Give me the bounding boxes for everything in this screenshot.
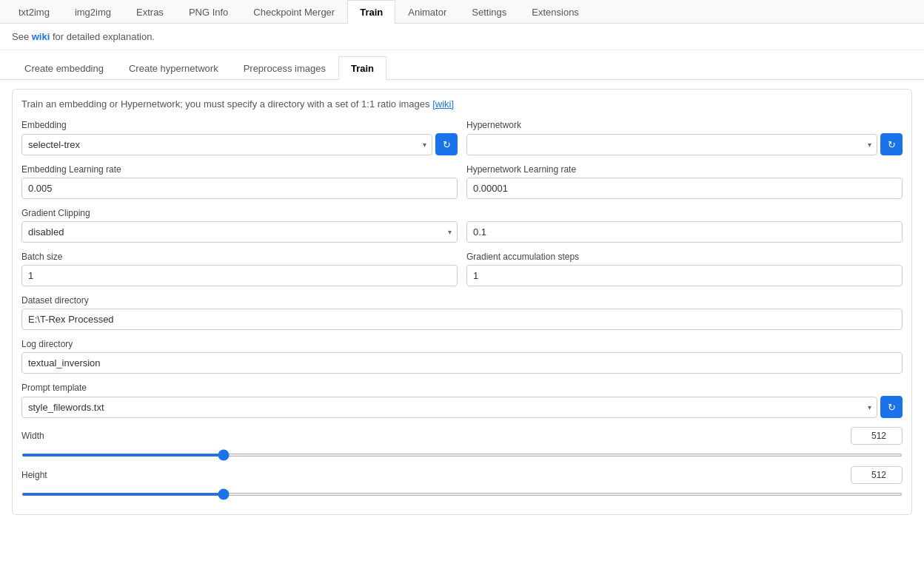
- embedding-label: Embedding: [21, 120, 458, 130]
- main-content: Train an embedding or Hypernetwork; you …: [0, 80, 924, 524]
- hypernetwork-lr-input[interactable]: [466, 178, 903, 199]
- gradient-clipping-input-wrap: disabled enabled ▾: [21, 221, 458, 243]
- embedding-select-wrap: selectel-trex ▾: [21, 134, 432, 155]
- desc-wiki-link[interactable]: [wiki]: [432, 98, 454, 110]
- gradient-clipping-label: Gradient Clipping: [21, 208, 458, 218]
- tab-train[interactable]: Train: [347, 0, 395, 24]
- width-value-input[interactable]: [851, 427, 903, 445]
- height-label: Height: [21, 470, 47, 480]
- batch-size-label: Batch size: [21, 252, 458, 262]
- col-embedding: Embedding selectel-trex ▾ ↻: [21, 120, 458, 155]
- col-gradient-acc: Gradient accumulation steps: [466, 252, 903, 286]
- row-log-dir: Log directory: [21, 339, 903, 374]
- wiki-link[interactable]: wiki: [32, 31, 50, 42]
- row-learning-rates: Embedding Learning rate Hypernetwork Lea…: [21, 164, 903, 199]
- hypernetwork-refresh-button[interactable]: ↻: [880, 133, 903, 155]
- hypernetwork-lr-label: Hypernetwork Learning rate: [466, 164, 903, 175]
- gradient-acc-input[interactable]: [466, 265, 903, 286]
- height-value-wrap: [851, 466, 903, 484]
- row-width: Width: [21, 427, 903, 459]
- col-dataset-dir: Dataset directory: [21, 295, 903, 330]
- row-gradient-clipping: Gradient Clipping disabled enabled ▾: [21, 208, 903, 243]
- inner-tab-create-embedding[interactable]: Create embedding: [12, 56, 116, 80]
- row-dataset-dir: Dataset directory: [21, 295, 903, 330]
- gradient-clipping-select[interactable]: disabled enabled: [21, 221, 458, 243]
- col-batch-size: Batch size: [21, 252, 458, 286]
- embedding-lr-input[interactable]: [21, 178, 458, 199]
- col-log-dir: Log directory: [21, 339, 903, 374]
- gradient-clipping-value-label: [466, 208, 903, 218]
- inner-tab-create-hypernetwork[interactable]: Create hypernetwork: [116, 56, 231, 80]
- embedding-select[interactable]: selectel-trex: [21, 134, 432, 155]
- width-label-row: Width: [21, 427, 903, 445]
- tab-settings[interactable]: Settings: [459, 0, 519, 24]
- hypernetwork-select-wrap: ▾: [466, 134, 877, 155]
- tab-extras[interactable]: Extras: [124, 0, 176, 24]
- gradient-clipping-value-input[interactable]: [466, 221, 903, 243]
- col-gradient-clipping: Gradient Clipping disabled enabled ▾: [21, 208, 458, 243]
- row-height: Height: [21, 466, 903, 498]
- height-slider[interactable]: [21, 493, 903, 496]
- prompt-template-refresh-button[interactable]: ↻: [880, 396, 903, 418]
- log-dir-input[interactable]: [21, 352, 903, 374]
- gradient-acc-label: Gradient accumulation steps: [466, 252, 903, 262]
- col-hypernetwork: Hypernetwork ▾ ↻: [466, 120, 903, 155]
- embedding-refresh-button[interactable]: ↻: [435, 133, 458, 155]
- dataset-dir-label: Dataset directory: [21, 295, 903, 306]
- width-slider[interactable]: [21, 454, 903, 457]
- description: Train an embedding or Hypernetwork; you …: [21, 98, 903, 110]
- embedding-input-wrap: selectel-trex ▾ ↻: [21, 133, 458, 155]
- col-embedding-lr: Embedding Learning rate: [21, 164, 458, 199]
- tab-img2img[interactable]: img2img: [62, 0, 124, 24]
- hypernetwork-input-wrap: ▾ ↻: [466, 133, 903, 155]
- row-embedding-hypernetwork: Embedding selectel-trex ▾ ↻ Hypernetwork: [21, 120, 903, 155]
- prompt-template-input-wrap: style_filewords.txt ▾ ↻: [21, 396, 903, 418]
- prompt-template-select-wrap: style_filewords.txt ▾: [21, 397, 877, 418]
- height-label-row: Height: [21, 466, 903, 484]
- col-hypernetwork-lr: Hypernetwork Learning rate: [466, 164, 903, 199]
- embedding-lr-label: Embedding Learning rate: [21, 164, 458, 175]
- inner-tab-preprocess-images[interactable]: Preprocess images: [231, 56, 338, 80]
- width-label: Width: [21, 431, 44, 441]
- tab-png-info[interactable]: PNG Info: [176, 0, 241, 24]
- tab-animator[interactable]: Animator: [395, 0, 459, 24]
- row-prompt-template: Prompt template style_filewords.txt ▾ ↻: [21, 383, 903, 418]
- tab-txt2img[interactable]: txt2img: [6, 0, 62, 24]
- prompt-template-label: Prompt template: [21, 383, 903, 393]
- inner-tabs: Create embedding Create hypernetwork Pre…: [0, 56, 924, 80]
- tab-checkpoint-merger[interactable]: Checkpoint Merger: [241, 0, 347, 24]
- col-gradient-clipping-value: [466, 208, 903, 243]
- tab-extensions[interactable]: Extensions: [519, 0, 592, 24]
- hypernetwork-select[interactable]: [466, 134, 877, 155]
- height-value-input[interactable]: [851, 466, 903, 484]
- log-dir-label: Log directory: [21, 339, 903, 349]
- col-prompt-template: Prompt template style_filewords.txt ▾ ↻: [21, 383, 903, 418]
- info-bar: See wiki for detailed explanation.: [0, 24, 924, 50]
- width-value-wrap: [851, 427, 903, 445]
- row-batch-gradient: Batch size Gradient accumulation steps: [21, 252, 903, 286]
- train-panel: Train an embedding or Hypernetwork; you …: [12, 89, 912, 515]
- top-nav: txt2img img2img Extras PNG Info Checkpoi…: [0, 0, 924, 24]
- prompt-template-select[interactable]: style_filewords.txt: [21, 397, 877, 418]
- inner-tab-train[interactable]: Train: [338, 56, 386, 80]
- info-text-before: See: [12, 31, 32, 42]
- dataset-dir-input[interactable]: [21, 309, 903, 330]
- gradient-clipping-select-wrap: disabled enabled ▾: [21, 221, 458, 243]
- batch-size-input[interactable]: [21, 265, 458, 286]
- hypernetwork-label: Hypernetwork: [466, 120, 903, 130]
- info-text-after: for detailed explanation.: [50, 31, 155, 42]
